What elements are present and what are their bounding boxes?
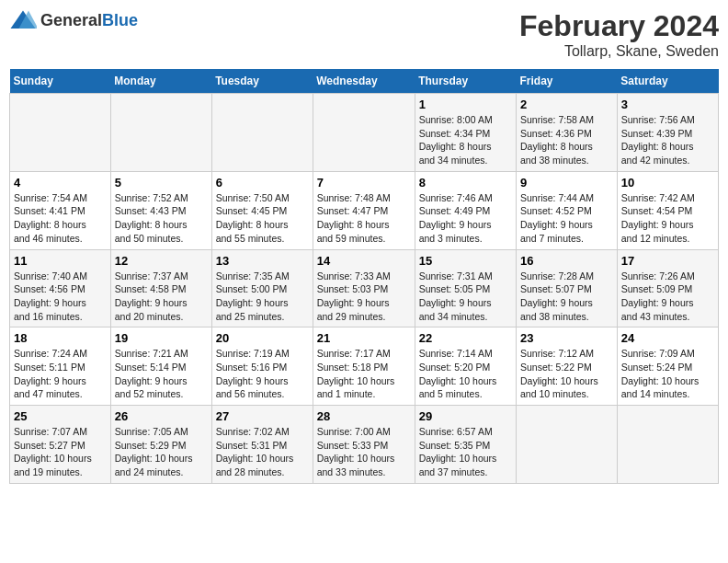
day-info: Sunrise: 7:00 AMSunset: 5:33 PMDaylight:… xyxy=(317,425,411,479)
week-row-1: 1Sunrise: 8:00 AMSunset: 4:34 PMDaylight… xyxy=(10,94,719,172)
day-info: Sunrise: 7:40 AMSunset: 4:56 PMDaylight:… xyxy=(14,270,107,324)
calendar-cell xyxy=(211,94,313,172)
day-info: Sunrise: 7:19 AMSunset: 5:16 PMDaylight:… xyxy=(216,347,309,401)
day-info: Sunrise: 7:46 AMSunset: 4:49 PMDaylight:… xyxy=(419,191,512,246)
day-number: 19 xyxy=(115,331,208,345)
day-number: 1 xyxy=(419,98,512,111)
day-info: Sunrise: 7:26 AMSunset: 5:09 PMDaylight:… xyxy=(621,270,714,324)
calendar-cell: 15Sunrise: 7:31 AMSunset: 5:05 PMDayligh… xyxy=(415,249,516,327)
calendar-cell xyxy=(517,406,618,484)
day-info: Sunrise: 7:09 AMSunset: 5:24 PMDaylight:… xyxy=(621,347,714,401)
day-number: 2 xyxy=(520,98,613,111)
calendar-cell: 11Sunrise: 7:40 AMSunset: 4:56 PMDayligh… xyxy=(10,249,111,327)
day-info: Sunrise: 7:24 AMSunset: 5:11 PMDaylight:… xyxy=(14,347,107,401)
calendar-cell xyxy=(313,94,415,172)
day-info: Sunrise: 7:58 AMSunset: 4:36 PMDaylight:… xyxy=(520,113,613,167)
week-row-4: 18Sunrise: 7:24 AMSunset: 5:11 PMDayligh… xyxy=(10,327,719,406)
column-header-tuesday: Tuesday xyxy=(211,69,313,94)
day-number: 10 xyxy=(621,176,714,190)
day-info: Sunrise: 6:57 AMSunset: 5:35 PMDaylight:… xyxy=(419,425,512,479)
day-info: Sunrise: 7:37 AMSunset: 4:58 PMDaylight:… xyxy=(115,270,208,324)
calendar-cell: 13Sunrise: 7:35 AMSunset: 5:00 PMDayligh… xyxy=(211,249,313,327)
title-area: February 2024 Tollarp, Skane, Sweden xyxy=(519,9,719,60)
calendar-cell xyxy=(617,406,718,484)
week-row-2: 4Sunrise: 7:54 AMSunset: 4:41 PMDaylight… xyxy=(10,171,719,249)
day-number: 23 xyxy=(520,331,613,345)
day-number: 11 xyxy=(14,254,107,268)
day-number: 4 xyxy=(14,176,107,190)
day-number: 3 xyxy=(621,98,714,111)
day-info: Sunrise: 7:48 AMSunset: 4:47 PMDaylight:… xyxy=(317,191,411,246)
day-info: Sunrise: 7:50 AMSunset: 4:45 PMDaylight:… xyxy=(216,191,309,246)
day-number: 8 xyxy=(419,176,512,190)
column-header-friday: Friday xyxy=(517,69,618,94)
header: GeneralBlue February 2024 Tollarp, Skane… xyxy=(9,9,719,60)
day-info: Sunrise: 7:31 AMSunset: 5:05 PMDaylight:… xyxy=(419,270,512,324)
calendar-cell: 24Sunrise: 7:09 AMSunset: 5:24 PMDayligh… xyxy=(617,327,718,406)
column-header-saturday: Saturday xyxy=(617,69,718,94)
day-number: 16 xyxy=(520,254,613,268)
calendar-cell: 10Sunrise: 7:42 AMSunset: 4:54 PMDayligh… xyxy=(617,171,718,249)
column-header-thursday: Thursday xyxy=(415,69,516,94)
calendar-cell xyxy=(10,94,111,172)
day-info: Sunrise: 7:12 AMSunset: 5:22 PMDaylight:… xyxy=(520,347,613,401)
calendar-cell: 1Sunrise: 8:00 AMSunset: 4:34 PMDaylight… xyxy=(415,94,516,172)
day-info: Sunrise: 7:02 AMSunset: 5:31 PMDaylight:… xyxy=(216,425,309,479)
day-number: 24 xyxy=(621,331,714,345)
calendar-cell: 2Sunrise: 7:58 AMSunset: 4:36 PMDaylight… xyxy=(517,94,618,172)
calendar-cell: 27Sunrise: 7:02 AMSunset: 5:31 PMDayligh… xyxy=(211,406,313,484)
calendar-cell: 12Sunrise: 7:37 AMSunset: 4:58 PMDayligh… xyxy=(110,249,211,327)
calendar-cell: 8Sunrise: 7:46 AMSunset: 4:49 PMDaylight… xyxy=(415,171,516,249)
calendar-cell: 16Sunrise: 7:28 AMSunset: 5:07 PMDayligh… xyxy=(517,249,618,327)
calendar-cell: 20Sunrise: 7:19 AMSunset: 5:16 PMDayligh… xyxy=(211,327,313,406)
day-info: Sunrise: 7:14 AMSunset: 5:20 PMDaylight:… xyxy=(419,347,512,401)
calendar-cell: 22Sunrise: 7:14 AMSunset: 5:20 PMDayligh… xyxy=(415,327,516,406)
day-number: 14 xyxy=(317,254,411,268)
day-number: 22 xyxy=(419,331,512,345)
day-number: 6 xyxy=(216,176,309,190)
calendar-cell: 19Sunrise: 7:21 AMSunset: 5:14 PMDayligh… xyxy=(110,327,211,406)
calendar-cell: 6Sunrise: 7:50 AMSunset: 4:45 PMDaylight… xyxy=(211,171,313,249)
day-info: Sunrise: 7:07 AMSunset: 5:27 PMDaylight:… xyxy=(14,425,107,479)
day-number: 21 xyxy=(317,331,411,345)
calendar-cell: 21Sunrise: 7:17 AMSunset: 5:18 PMDayligh… xyxy=(313,327,415,406)
day-info: Sunrise: 7:42 AMSunset: 4:54 PMDaylight:… xyxy=(621,191,714,246)
column-header-sunday: Sunday xyxy=(10,69,111,94)
column-header-monday: Monday xyxy=(110,69,211,94)
calendar-cell: 23Sunrise: 7:12 AMSunset: 5:22 PMDayligh… xyxy=(517,327,618,406)
calendar-cell: 25Sunrise: 7:07 AMSunset: 5:27 PMDayligh… xyxy=(10,406,111,484)
day-info: Sunrise: 7:56 AMSunset: 4:39 PMDaylight:… xyxy=(621,113,714,167)
calendar-cell xyxy=(110,94,211,172)
calendar-cell: 17Sunrise: 7:26 AMSunset: 5:09 PMDayligh… xyxy=(617,249,718,327)
calendar-table: SundayMondayTuesdayWednesdayThursdayFrid… xyxy=(9,69,719,484)
calendar-cell: 3Sunrise: 7:56 AMSunset: 4:39 PMDaylight… xyxy=(617,94,718,172)
day-number: 20 xyxy=(216,331,309,345)
logo-icon xyxy=(9,9,37,31)
logo-blue: Blue xyxy=(102,11,138,30)
day-info: Sunrise: 8:00 AMSunset: 4:34 PMDaylight:… xyxy=(419,113,512,167)
logo: GeneralBlue xyxy=(9,9,138,31)
column-header-wednesday: Wednesday xyxy=(313,69,415,94)
day-number: 17 xyxy=(621,254,714,268)
day-number: 29 xyxy=(419,409,512,423)
day-info: Sunrise: 7:17 AMSunset: 5:18 PMDaylight:… xyxy=(317,347,411,401)
day-info: Sunrise: 7:05 AMSunset: 5:29 PMDaylight:… xyxy=(115,425,208,479)
day-info: Sunrise: 7:28 AMSunset: 5:07 PMDaylight:… xyxy=(520,270,613,324)
week-row-5: 25Sunrise: 7:07 AMSunset: 5:27 PMDayligh… xyxy=(10,406,719,484)
week-row-3: 11Sunrise: 7:40 AMSunset: 4:56 PMDayligh… xyxy=(10,249,719,327)
calendar-header-row: SundayMondayTuesdayWednesdayThursdayFrid… xyxy=(10,69,719,94)
day-info: Sunrise: 7:44 AMSunset: 4:52 PMDaylight:… xyxy=(520,191,613,246)
calendar-cell: 9Sunrise: 7:44 AMSunset: 4:52 PMDaylight… xyxy=(517,171,618,249)
day-number: 5 xyxy=(115,176,208,190)
calendar-cell: 14Sunrise: 7:33 AMSunset: 5:03 PMDayligh… xyxy=(313,249,415,327)
day-info: Sunrise: 7:33 AMSunset: 5:03 PMDaylight:… xyxy=(317,270,411,324)
day-info: Sunrise: 7:54 AMSunset: 4:41 PMDaylight:… xyxy=(14,191,107,246)
day-info: Sunrise: 7:35 AMSunset: 5:00 PMDaylight:… xyxy=(216,270,309,324)
calendar-cell: 26Sunrise: 7:05 AMSunset: 5:29 PMDayligh… xyxy=(110,406,211,484)
page-subtitle: Tollarp, Skane, Sweden xyxy=(519,43,719,60)
day-number: 9 xyxy=(520,176,613,190)
day-number: 25 xyxy=(14,409,107,423)
calendar-cell: 4Sunrise: 7:54 AMSunset: 4:41 PMDaylight… xyxy=(10,171,111,249)
day-info: Sunrise: 7:52 AMSunset: 4:43 PMDaylight:… xyxy=(115,191,208,246)
calendar-cell: 5Sunrise: 7:52 AMSunset: 4:43 PMDaylight… xyxy=(110,171,211,249)
